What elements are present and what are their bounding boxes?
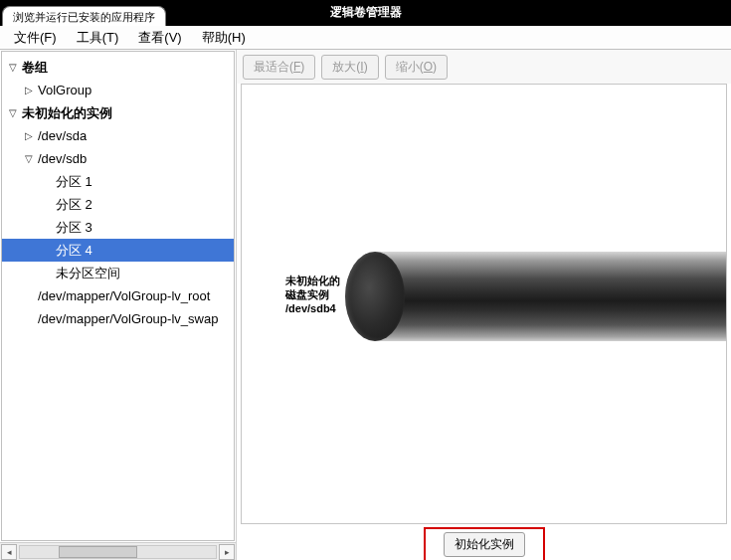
tree-label: VolGroup <box>36 83 91 97</box>
window-title: 逻辑卷管理器 <box>330 4 402 21</box>
sidebar: ▽卷组 ▷VolGroup ▽未初始化的实例 ▷/dev/sda ▽/dev/s… <box>0 50 237 560</box>
menu-view[interactable]: 查看(V) <box>128 27 191 49</box>
tree-item-free-space[interactable]: 未分区空间 <box>2 262 234 284</box>
action-bar: 初始化实例 <box>237 528 731 560</box>
tree-item-volgroup[interactable]: ▷VolGroup <box>2 79 234 101</box>
scroll-track[interactable] <box>19 545 217 559</box>
tree-item-partition-4-selected[interactable]: 分区 4 <box>2 239 234 262</box>
tree-label: 分区 2 <box>54 196 92 214</box>
tree-label: 分区 1 <box>54 173 92 191</box>
tree-label: /dev/sdb <box>36 151 87 166</box>
expander-icon[interactable]: ▷ <box>22 85 36 95</box>
expander-icon[interactable]: ▷ <box>22 130 36 141</box>
scroll-right-button[interactable]: ▸ <box>219 544 235 560</box>
zoom-in-button[interactable]: 放大(I) <box>321 55 378 80</box>
content-split: ▽卷组 ▷VolGroup ▽未初始化的实例 ▷/dev/sda ▽/dev/s… <box>0 50 731 560</box>
desktop-panel: 浏览并运行已安装的应用程序 逻辑卷管理器 <box>0 0 731 26</box>
app-window: 浏览并运行已安装的应用程序 逻辑卷管理器 文件(F) 工具(T) 查看(V) 帮… <box>0 0 731 560</box>
tree-item-partition-2[interactable]: 分区 2 <box>2 193 234 216</box>
tree-label: 分区 4 <box>54 242 92 260</box>
tree-header-volgroups[interactable]: ▽卷组 <box>2 56 234 79</box>
main-panel: 最适合(F) 放大(I) 缩小(O) 未初始化的 磁盘实例 /dev/sdb4 <box>237 50 731 560</box>
best-fit-button[interactable]: 最适合(F) <box>243 55 315 80</box>
disk-caption: 未初始化的 磁盘实例 /dev/sdb4 <box>285 274 345 315</box>
expander-icon[interactable]: ▽ <box>22 153 36 164</box>
menu-help[interactable]: 帮助(H) <box>192 27 256 49</box>
tree-item-mapper-2[interactable]: /dev/mapper/VolGroup-lv_swap <box>2 307 234 330</box>
expander-icon[interactable]: ▽ <box>6 62 20 73</box>
expander-icon[interactable]: ▽ <box>6 107 20 118</box>
menubar: 文件(F) 工具(T) 查看(V) 帮助(H) <box>0 26 731 50</box>
horizontal-scrollbar[interactable]: ◂ ▸ <box>0 542 236 560</box>
zoom-toolbar: 最适合(F) 放大(I) 缩小(O) <box>237 50 731 84</box>
tree-item-sda[interactable]: ▷/dev/sda <box>2 124 234 147</box>
cylinder-icon <box>345 252 726 341</box>
tree-label: 分区 3 <box>54 219 92 237</box>
menu-tools[interactable]: 工具(T) <box>67 27 129 49</box>
tree-label: /dev/mapper/VolGroup-lv_swap <box>36 311 218 326</box>
tree-item-sdb[interactable]: ▽/dev/sdb <box>2 147 234 170</box>
tree-item-partition-1[interactable]: 分区 1 <box>2 170 234 193</box>
tree-item-mapper-1[interactable]: /dev/mapper/VolGroup-lv_root <box>2 284 234 307</box>
scroll-thumb[interactable] <box>59 546 137 558</box>
tree-view[interactable]: ▽卷组 ▷VolGroup ▽未初始化的实例 ▷/dev/sda ▽/dev/s… <box>1 51 235 541</box>
scroll-left-button[interactable]: ◂ <box>1 544 17 560</box>
tree-item-partition-3[interactable]: 分区 3 <box>2 216 234 239</box>
highlight-annotation: 初始化实例 <box>424 527 545 561</box>
disk-visualization: 未初始化的 磁盘实例 /dev/sdb4 <box>241 84 727 524</box>
tree-header-uninit[interactable]: ▽未初始化的实例 <box>2 101 234 124</box>
menu-file[interactable]: 文件(F) <box>4 27 67 49</box>
tree-label: 未分区空间 <box>54 265 120 282</box>
tree-label: 卷组 <box>20 59 48 77</box>
taskbar-item[interactable]: 浏览并运行已安装的应用程序 <box>2 6 166 26</box>
disk-graphic: 未初始化的 磁盘实例 /dev/sdb4 <box>285 252 726 341</box>
tree-label: /dev/sda <box>36 128 87 143</box>
zoom-out-button[interactable]: 缩小(O) <box>385 55 448 80</box>
initialize-button[interactable]: 初始化实例 <box>444 532 525 557</box>
tree-label: 未初始化的实例 <box>20 104 112 122</box>
tree-label: /dev/mapper/VolGroup-lv_root <box>36 288 210 303</box>
